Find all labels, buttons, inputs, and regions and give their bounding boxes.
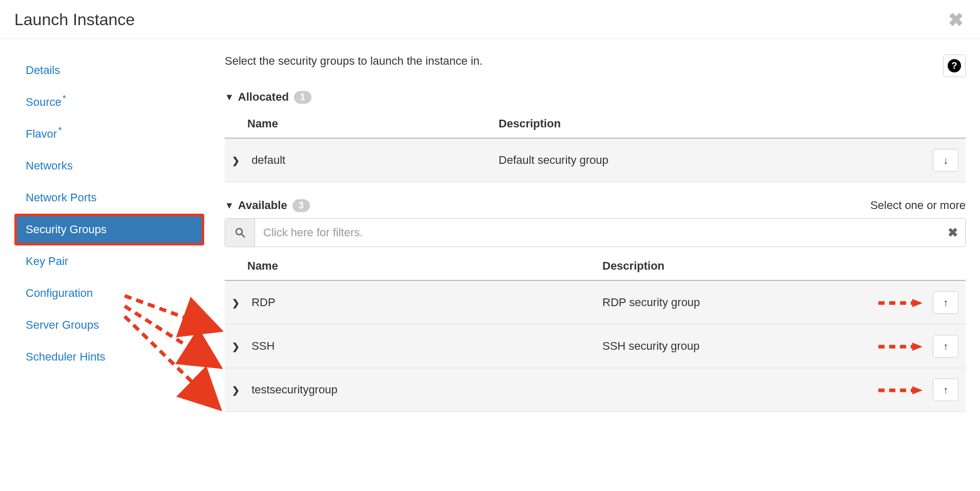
sg-description	[595, 368, 871, 412]
available-count-badge: 3	[292, 199, 310, 212]
sidebar-item-label: Network Ports	[26, 191, 96, 204]
allocate-button[interactable]: ↑	[933, 379, 958, 401]
clear-filter-icon[interactable]: ✖	[940, 219, 965, 247]
sidebar-item-label: Configuration	[26, 287, 93, 299]
arrow-down-icon: ↓	[943, 155, 948, 166]
arrow-up-icon: ↑	[943, 384, 948, 396]
arrow-up-icon: ↑	[943, 297, 948, 309]
sidebar-item-scheduler-hints[interactable]: Scheduler Hints	[14, 341, 204, 373]
svg-point-3	[236, 229, 242, 235]
filter-input[interactable]	[255, 219, 940, 247]
arrow-up-icon: ↑	[943, 341, 948, 352]
col-name: Name	[225, 252, 595, 280]
deallocate-button[interactable]: ↓	[933, 149, 958, 172]
sg-description: SSH security group	[595, 325, 871, 368]
close-icon[interactable]: ✖	[948, 11, 966, 29]
col-description: Description	[492, 110, 925, 138]
table-row: ❯ default Default security group ↓	[225, 138, 966, 182]
allocated-count-badge: 1	[294, 91, 311, 104]
sidebar-item-key-pair[interactable]: Key Pair	[14, 245, 204, 277]
available-hint: Select one or more	[870, 199, 966, 212]
table-row: ❯ testsecuritygroup	[225, 368, 966, 412]
sidebar-item-label: Security Groups	[26, 223, 107, 236]
table-row: ❯ SSH SSH security group	[225, 325, 966, 368]
sidebar-item-network-ports[interactable]: Network Ports	[14, 182, 204, 214]
sidebar-item-configuration[interactable]: Configuration	[14, 277, 204, 309]
allocated-table: Name Description ❯ default Default secur…	[225, 110, 966, 182]
help-button[interactable]: ?	[943, 54, 966, 77]
sidebar-item-label: Server Groups	[26, 318, 99, 331]
launch-instance-modal: Launch Instance ✖ Details Source* Flavor…	[0, 0, 980, 417]
sidebar-item-security-groups[interactable]: Security Groups	[14, 214, 204, 245]
modal-header: Launch Instance ✖	[0, 0, 980, 39]
sg-name: RDP	[251, 296, 275, 309]
annotation-pointer-icon	[878, 298, 924, 308]
available-table: Name Description ❯ RDP RDP security grou…	[225, 252, 966, 412]
allocate-button[interactable]: ↑	[933, 291, 958, 314]
chevron-right-icon[interactable]: ❯	[232, 297, 241, 309]
sidebar-item-label: Details	[26, 64, 60, 77]
allocate-button[interactable]: ↑	[933, 335, 958, 357]
wizard-sidebar: Details Source* Flavor* Networks Network…	[14, 54, 204, 412]
available-label: Available	[238, 199, 287, 212]
sidebar-item-details[interactable]: Details	[14, 54, 204, 86]
annotation-pointer-icon	[878, 342, 924, 352]
chevron-right-icon[interactable]: ❯	[232, 385, 241, 396]
search-icon[interactable]	[225, 219, 255, 247]
modal-title: Launch Instance	[14, 10, 135, 29]
sg-description: Default security group	[492, 138, 925, 182]
allocated-header[interactable]: ▼ Allocated 1	[225, 87, 966, 110]
sidebar-item-source[interactable]: Source*	[14, 86, 204, 118]
main-panel: Select the security groups to launch the…	[225, 54, 966, 412]
table-row: ❯ RDP RDP security group	[225, 280, 966, 325]
sidebar-item-networks[interactable]: Networks	[14, 150, 204, 182]
sg-name: testsecuritygroup	[251, 383, 338, 396]
sg-name: SSH	[251, 339, 275, 352]
help-icon: ?	[948, 59, 961, 72]
sidebar-item-flavor[interactable]: Flavor*	[14, 118, 204, 150]
sg-name: default	[251, 154, 285, 166]
sg-description: RDP security group	[595, 280, 871, 325]
filter-bar: ✖	[225, 218, 966, 247]
available-header[interactable]: ▼ Available 3 Select one or more	[225, 196, 966, 218]
chevron-down-icon: ▼	[225, 200, 234, 211]
required-asterisk-icon: *	[58, 125, 62, 136]
annotation-pointer-icon	[878, 385, 924, 395]
required-asterisk-icon: *	[63, 93, 66, 104]
col-name: Name	[225, 110, 492, 138]
panel-description: Select the security groups to launch the…	[225, 54, 483, 68]
sidebar-item-label: Key Pair	[26, 255, 68, 268]
sidebar-item-label: Flavor	[26, 127, 57, 140]
sidebar-item-label: Networks	[26, 159, 73, 172]
chevron-down-icon: ▼	[225, 92, 234, 103]
sidebar-item-label: Source	[26, 96, 62, 108]
col-description: Description	[595, 252, 871, 280]
chevron-right-icon[interactable]: ❯	[232, 341, 241, 352]
sidebar-item-label: Scheduler Hints	[26, 350, 105, 363]
sidebar-item-server-groups[interactable]: Server Groups	[14, 309, 204, 341]
chevron-right-icon[interactable]: ❯	[232, 155, 241, 166]
allocated-label: Allocated	[238, 90, 289, 104]
svg-line-4	[242, 234, 245, 237]
